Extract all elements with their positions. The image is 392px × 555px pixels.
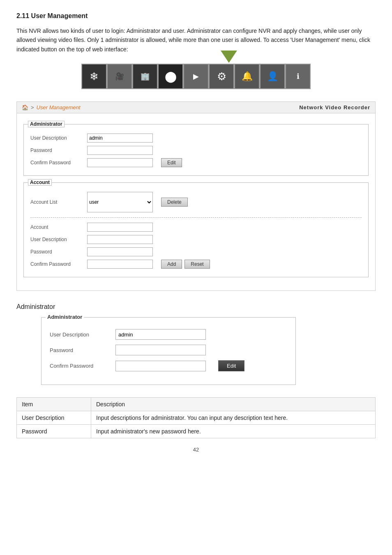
account-section: Account Account List user Delete Account… bbox=[23, 182, 369, 277]
nvr-body: Administrator User Description Password … bbox=[17, 113, 375, 290]
toolbar-btn-4[interactable]: ⬤ bbox=[158, 64, 183, 89]
description-table: Item Description User Description Input … bbox=[16, 397, 376, 438]
intro-paragraph: This NVR allows two kinds of user to log… bbox=[16, 26, 376, 54]
toolbar-btn-9[interactable]: ℹ bbox=[285, 64, 311, 89]
new-password-label: Password bbox=[30, 249, 84, 255]
account-list-label: Account List bbox=[30, 199, 84, 205]
new-confirm-pw-row: Confirm Password Add Reset bbox=[30, 260, 362, 269]
sa-user-desc-row: User Description bbox=[50, 329, 287, 340]
admin-confirm-pw-row: Confirm Password Edit bbox=[30, 158, 362, 167]
dotted-divider bbox=[30, 217, 362, 218]
sa-edit-button[interactable]: Edit bbox=[218, 360, 244, 371]
new-confirm-pw-label: Confirm Password bbox=[30, 261, 84, 267]
new-account-input[interactable] bbox=[87, 223, 153, 232]
table-cell-desc-1: Input administrator's new password here. bbox=[91, 425, 376, 438]
account-list-row: Account List user Delete bbox=[30, 192, 362, 212]
administrator-standalone-heading: Administrator bbox=[16, 303, 376, 311]
account-list-select[interactable]: user bbox=[87, 192, 153, 212]
sa-password-input[interactable] bbox=[115, 345, 206, 355]
new-user-desc-row: User Description bbox=[30, 235, 362, 244]
admin-user-desc-label: User Description bbox=[30, 135, 84, 141]
administrator-standalone-section: Administrator Administrator User Descrip… bbox=[16, 303, 376, 385]
toolbar-btn-7[interactable]: 🔔 bbox=[234, 64, 260, 89]
sa-user-desc-input[interactable] bbox=[115, 329, 206, 340]
administrator-standalone-box: Administrator User Description Password … bbox=[41, 317, 296, 385]
sa-confirm-pw-input[interactable] bbox=[115, 361, 206, 371]
reset-button[interactable]: Reset bbox=[184, 260, 210, 269]
sa-password-label: Password bbox=[50, 347, 111, 353]
sa-password-row: Password bbox=[50, 345, 287, 355]
table-cell-item-0: User Description bbox=[17, 411, 91, 425]
admin-password-label: Password bbox=[30, 147, 84, 153]
toolbar-btn-5[interactable]: ▶ bbox=[183, 64, 209, 89]
table-header-description: Description bbox=[91, 398, 376, 411]
new-password-row: Password bbox=[30, 247, 362, 256]
sa-confirm-pw-row: Confirm Password Edit bbox=[50, 360, 287, 371]
new-password-input[interactable] bbox=[87, 247, 153, 256]
sa-confirm-pw-label: Confirm Password bbox=[50, 363, 111, 369]
table-cell-desc-0: Input descriptions for administrator. Yo… bbox=[91, 411, 376, 425]
table-cell-item-1: Password bbox=[17, 425, 91, 438]
nvr-header: 🏠 > User Management Network Video Record… bbox=[17, 102, 375, 113]
admin-password-row: Password bbox=[30, 146, 362, 155]
new-user-desc-label: User Description bbox=[30, 237, 84, 242]
toolbar-btn-3[interactable]: 🏢 bbox=[132, 64, 158, 89]
admin-password-input[interactable] bbox=[87, 146, 153, 155]
admin-confirm-pw-label: Confirm Password bbox=[30, 160, 84, 166]
admin-user-desc-row: User Description bbox=[30, 134, 362, 143]
breadcrumb: 🏠 > User Management bbox=[22, 104, 81, 111]
home-icon[interactable]: 🏠 bbox=[22, 104, 28, 111]
new-account-row: Account bbox=[30, 223, 362, 232]
delete-button[interactable]: Delete bbox=[161, 198, 188, 207]
administrator-section: Administrator User Description Password … bbox=[23, 124, 369, 176]
toolbar-btn-6[interactable]: ⚙ bbox=[209, 64, 234, 89]
arrow-indicator bbox=[221, 51, 237, 63]
new-account-label: Account bbox=[30, 224, 84, 230]
toolbar-btn-1[interactable]: ❄ bbox=[81, 64, 107, 89]
breadcrumb-label: User Management bbox=[37, 104, 81, 111]
table-row: Password Input administrator's new passw… bbox=[17, 425, 376, 438]
administrator-standalone-legend: Administrator bbox=[46, 314, 84, 320]
page-number: 42 bbox=[16, 447, 376, 453]
add-button[interactable]: Add bbox=[161, 260, 182, 269]
nvr-panel: 🏠 > User Management Network Video Record… bbox=[16, 101, 376, 291]
new-confirm-pw-input[interactable] bbox=[87, 260, 153, 269]
sa-user-desc-label: User Description bbox=[50, 332, 111, 338]
admin-edit-button[interactable]: Edit bbox=[161, 158, 182, 167]
account-legend: Account bbox=[28, 179, 52, 186]
toolbar-row: ❄ 🎥 🏢 ⬤ ▶ ⚙ 🔔 👤 ℹ bbox=[81, 64, 311, 89]
toolbar-btn-2[interactable]: 🎥 bbox=[107, 64, 132, 89]
toolbar-btn-8[interactable]: 👤 bbox=[260, 64, 285, 89]
admin-user-desc-input[interactable] bbox=[87, 134, 153, 143]
brand-label: Network Video Recorder bbox=[299, 104, 370, 111]
section-title: 2.11 User Management bbox=[16, 12, 376, 20]
table-header-item: Item bbox=[17, 398, 91, 411]
admin-confirm-pw-input[interactable] bbox=[87, 158, 153, 167]
table-row: User Description Input descriptions for … bbox=[17, 411, 376, 425]
administrator-legend: Administrator bbox=[28, 121, 65, 127]
new-user-desc-input[interactable] bbox=[87, 235, 153, 244]
toolbar-area: ❄ 🎥 🏢 ⬤ ▶ ⚙ 🔔 👤 ℹ bbox=[16, 64, 376, 89]
